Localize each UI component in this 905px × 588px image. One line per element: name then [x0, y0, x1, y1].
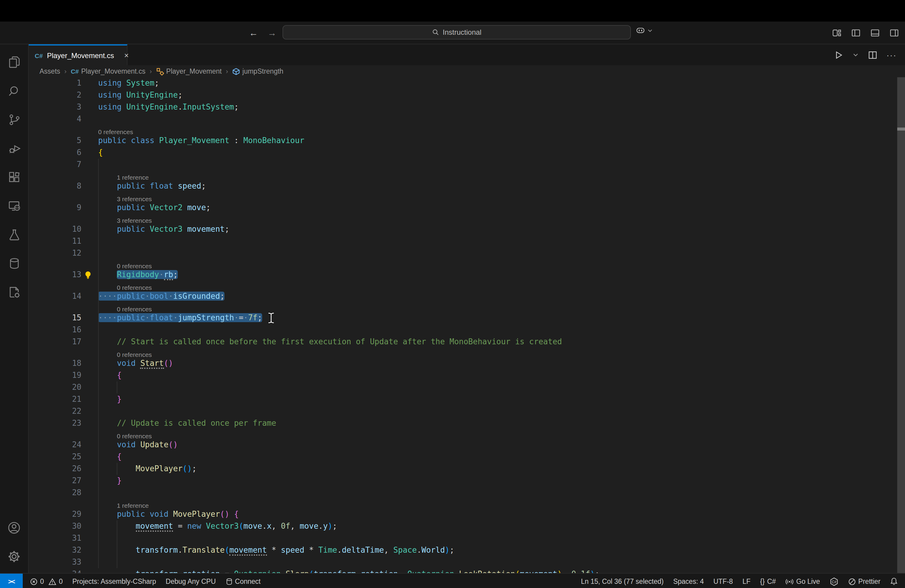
line-number[interactable]: 13 [29, 269, 81, 281]
line-number[interactable]: 20 [29, 381, 81, 393]
code-line[interactable]: 6{ [29, 147, 905, 159]
code-line[interactable]: 24 void Update() [29, 439, 905, 451]
code-line[interactable]: 31 [29, 532, 905, 544]
code-line[interactable]: 22 [29, 405, 905, 417]
back-button[interactable]: ← [249, 27, 258, 38]
code-line[interactable]: 10 public Vector3 movement; [29, 223, 905, 235]
line-number[interactable]: 22 [29, 405, 81, 417]
status-cursor-position[interactable]: Ln 15, Col 36 (77 selected) [576, 574, 668, 588]
run-code-button[interactable] [834, 50, 843, 60]
code-line[interactable]: 2using UnityEngine; [29, 89, 905, 101]
status-indentation[interactable]: Spaces: 4 [668, 574, 708, 588]
tab-close-icon[interactable]: × [124, 51, 129, 60]
code-line[interactable]: 18 void Start() [29, 358, 905, 369]
notifications-bell[interactable] [885, 574, 900, 588]
forward-button[interactable]: → [268, 27, 276, 38]
line-number[interactable]: 34 [29, 568, 81, 573]
code-line[interactable]: 15····public·float·jumpStrength·=·7f; [29, 312, 905, 324]
breadcrumb-class[interactable]: Player_Movement [156, 67, 221, 75]
code-line[interactable]: 30 movement = new Vector3(move.x, 0f, mo… [29, 520, 905, 532]
database-icon[interactable] [0, 249, 29, 278]
line-number[interactable]: 31 [29, 532, 81, 544]
line-number[interactable]: 14 [29, 291, 81, 302]
code-line[interactable]: 33 [29, 556, 905, 568]
toggle-secondary-sidebar-icon[interactable] [889, 28, 899, 37]
more-actions-button[interactable]: ··· [886, 50, 897, 60]
code-line[interactable]: 25 { [29, 451, 905, 463]
code-line[interactable]: 1using System; [29, 77, 905, 89]
line-number[interactable]: 33 [29, 556, 81, 568]
breadcrumb-symbol[interactable]: jumpStrength [232, 67, 283, 75]
line-number[interactable]: 23 [29, 417, 81, 429]
source-control-icon[interactable] [0, 105, 29, 134]
line-number[interactable]: 11 [29, 235, 81, 247]
code-line[interactable]: 28 [29, 487, 905, 499]
code-line[interactable]: 20 [29, 381, 905, 393]
status-connect[interactable]: Connect [221, 574, 265, 588]
line-number[interactable]: 21 [29, 393, 81, 405]
code-line[interactable]: 7 [29, 159, 905, 171]
line-number[interactable]: 30 [29, 520, 81, 532]
chevron-down-icon[interactable] [647, 27, 653, 33]
breadcrumb-file[interactable]: C#Player_Movement.cs [71, 68, 145, 75]
code-line[interactable]: 8 public float speed; [29, 180, 905, 192]
explorer-icon[interactable] [0, 48, 29, 77]
line-number[interactable]: 18 [29, 358, 81, 369]
code-line[interactable]: 11 [29, 235, 905, 247]
code-line[interactable]: 21 } [29, 393, 905, 405]
status-prettier[interactable]: Prettier [843, 574, 885, 588]
line-number[interactable]: 19 [29, 369, 81, 381]
line-number[interactable]: 17 [29, 336, 81, 348]
code-line[interactable]: 26 MovePlayer(); [29, 463, 905, 475]
code-line[interactable]: 29 public void MovePlayer() { [29, 509, 905, 520]
code-line[interactable]: 4 [29, 113, 905, 125]
code-line[interactable]: 5public class Player_Movement : MonoBeha… [29, 135, 905, 147]
line-number[interactable]: 10 [29, 223, 81, 235]
status-encoding[interactable]: UTF-8 [709, 574, 738, 588]
code-line[interactable]: 16 [29, 324, 905, 336]
code-line[interactable]: 17 // Start is called once before the fi… [29, 336, 905, 348]
code-line[interactable]: 3using UnityEngine.InputSystem; [29, 101, 905, 113]
line-number[interactable]: 16 [29, 324, 81, 336]
line-number[interactable]: 6 [29, 147, 81, 159]
status-debug-target[interactable]: Debug Any CPU [161, 574, 221, 588]
code-line[interactable]: 9 public Vector2 move; [29, 202, 905, 214]
line-number[interactable]: 3 [29, 101, 81, 113]
line-number[interactable]: 29 [29, 509, 81, 520]
code-line[interactable]: 12 [29, 247, 905, 259]
split-editor-button[interactable] [868, 50, 878, 60]
line-number[interactable]: 12 [29, 247, 81, 259]
status-go-live[interactable]: Go Live [781, 574, 825, 588]
line-number[interactable]: 9 [29, 202, 81, 214]
run-debug-icon[interactable] [0, 134, 29, 163]
status-csharp-badge[interactable]: C# [825, 574, 843, 588]
search-sidebar-icon[interactable] [0, 77, 29, 105]
status-eol[interactable]: LF [738, 574, 755, 588]
extensions-icon[interactable] [0, 163, 29, 192]
tab-player-movement[interactable]: C# Player_Movement.cs × [29, 44, 127, 65]
status-language-mode[interactable]: {}C# [755, 574, 781, 588]
line-number[interactable]: 28 [29, 487, 81, 499]
code-line[interactable]: 32 transform.Translate(movement * speed … [29, 544, 905, 556]
code-line[interactable]: 27 } [29, 475, 905, 487]
line-number[interactable]: 15 [29, 312, 81, 324]
breadcrumb-assets[interactable]: Assets [40, 68, 60, 75]
remote-indicator[interactable]: >< [0, 574, 23, 588]
status-projects[interactable]: Projects: Assembly-CSharp [68, 574, 161, 588]
line-number[interactable]: 2 [29, 89, 81, 101]
line-number[interactable]: 5 [29, 135, 81, 147]
code-line[interactable]: 23 // Update is called once per frame [29, 417, 905, 429]
toggle-panel-icon[interactable] [870, 28, 880, 37]
problems-indicator[interactable]: 0 0 [23, 574, 68, 588]
run-dropdown-chevron-icon[interactable] [852, 51, 859, 58]
line-number[interactable]: 26 [29, 463, 81, 475]
testing-icon[interactable] [0, 220, 29, 249]
scrollbar-thumb[interactable] [897, 77, 905, 573]
account-icon[interactable] [0, 513, 29, 542]
line-number[interactable]: 1 [29, 77, 81, 89]
command-center-search[interactable]: Instructional [283, 25, 631, 40]
customize-layout-icon[interactable] [832, 28, 841, 37]
line-number[interactable]: 4 [29, 113, 81, 125]
toggle-primary-sidebar-icon[interactable] [851, 28, 861, 37]
line-number[interactable]: 8 [29, 180, 81, 192]
